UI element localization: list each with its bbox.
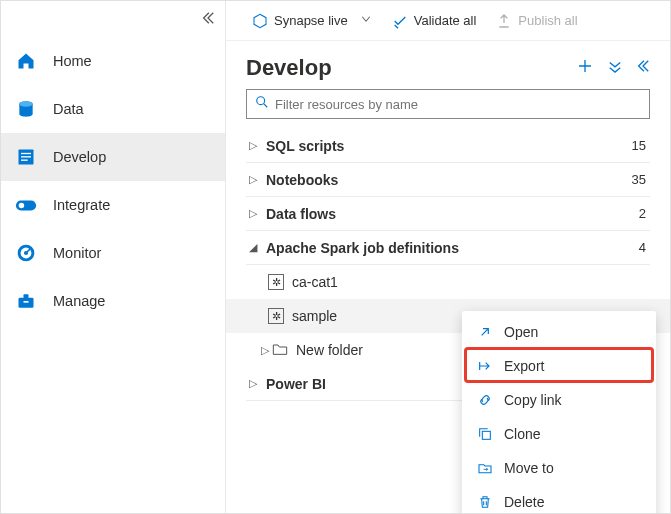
publish-all-button: Publish all (490, 9, 583, 33)
workspace-mode-dropdown[interactable]: Synapse live (246, 9, 378, 33)
sidebar-item-label: Monitor (53, 245, 101, 261)
svg-rect-12 (24, 294, 29, 298)
context-label: Clone (504, 426, 541, 442)
context-menu: Open Export Copy link Clone Move to Dele… (462, 311, 656, 514)
filter-input-wrapper[interactable] (246, 89, 650, 119)
svg-point-1 (19, 101, 32, 106)
workspace-mode-label: Synapse live (274, 13, 348, 28)
svg-point-14 (257, 97, 265, 105)
collapse-sidebar-button[interactable] (201, 11, 215, 29)
chevron-down-icon (354, 13, 372, 28)
sidebar-item-integrate[interactable]: Integrate (1, 181, 225, 229)
validate-all-button[interactable]: Validate all (386, 9, 483, 33)
context-export[interactable]: Export (462, 349, 656, 383)
sidebar-item-label: Home (53, 53, 92, 69)
svg-rect-13 (24, 301, 29, 303)
spark-job-icon: ✲ (268, 308, 284, 324)
filter-input[interactable] (275, 97, 641, 112)
tree-section-notebooks[interactable]: ▷ Notebooks 35 (246, 163, 650, 197)
context-move-to[interactable]: Move to (462, 451, 656, 485)
tree-section-label: Notebooks (260, 172, 632, 188)
tree-section-label: Apache Spark job definitions (260, 240, 639, 256)
top-toolbar: Synapse live Validate all Publish all (226, 1, 670, 41)
manage-icon (15, 290, 37, 312)
sidebar-item-label: Manage (53, 293, 105, 309)
tree-item-ca-cat1[interactable]: ✲ ca-cat1 (246, 265, 650, 299)
panel-title: Develop (246, 55, 332, 81)
svg-rect-4 (21, 156, 31, 157)
validate-icon (392, 13, 408, 29)
export-icon (476, 358, 494, 374)
publish-label: Publish all (518, 13, 577, 28)
sidebar-item-data[interactable]: Data (1, 85, 225, 133)
open-icon (476, 324, 494, 340)
chevron-right-icon: ▷ (246, 377, 260, 390)
tree-item-label: ca-cat1 (292, 274, 338, 290)
expand-all-button[interactable] (608, 59, 622, 77)
left-sidebar: Home Data Develop Integrate Monitor Mana… (1, 1, 226, 513)
context-label: Export (504, 358, 544, 374)
sidebar-item-label: Develop (53, 149, 106, 165)
tree-section-count: 35 (632, 172, 650, 187)
context-copy-link[interactable]: Copy link (462, 383, 656, 417)
context-label: Delete (504, 494, 544, 510)
tree-section-label: Data flows (260, 206, 639, 222)
sidebar-item-monitor[interactable]: Monitor (1, 229, 225, 277)
monitor-icon (15, 242, 37, 264)
tree-item-label: New folder (296, 342, 363, 358)
delete-icon (476, 494, 494, 510)
chevron-right-icon: ▷ (246, 173, 260, 186)
tree-section-label: SQL scripts (260, 138, 632, 154)
develop-icon (15, 146, 37, 168)
clone-icon (476, 426, 494, 442)
spark-job-icon: ✲ (268, 274, 284, 290)
hexagon-icon (252, 13, 268, 29)
context-open[interactable]: Open (462, 315, 656, 349)
svg-rect-3 (21, 153, 31, 154)
svg-rect-5 (21, 160, 28, 161)
context-delete[interactable]: Delete (462, 485, 656, 514)
tree-section-count: 15 (632, 138, 650, 153)
context-clone[interactable]: Clone (462, 417, 656, 451)
add-resource-button[interactable] (576, 57, 594, 79)
sidebar-item-manage[interactable]: Manage (1, 277, 225, 325)
tree-section-count: 2 (639, 206, 650, 221)
tree-section-spark-jobs[interactable]: ◢ Apache Spark job definitions 4 (246, 231, 650, 265)
search-icon (255, 95, 269, 113)
move-icon (476, 460, 494, 476)
link-icon (476, 392, 494, 408)
tree-section-sql-scripts[interactable]: ▷ SQL scripts 15 (246, 129, 650, 163)
integrate-icon (15, 194, 37, 216)
panel-header: Develop (226, 41, 670, 89)
svg-rect-15 (482, 431, 490, 439)
chevron-right-icon: ▷ (246, 207, 260, 220)
tree-section-data-flows[interactable]: ▷ Data flows 2 (246, 197, 650, 231)
sidebar-item-develop[interactable]: Develop (1, 133, 225, 181)
context-label: Copy link (504, 392, 562, 408)
collapse-panel-button[interactable] (636, 59, 650, 77)
validate-label: Validate all (414, 13, 477, 28)
publish-icon (496, 13, 512, 29)
sidebar-item-home[interactable]: Home (1, 37, 225, 85)
tree-section-count: 4 (639, 240, 650, 255)
svg-point-7 (19, 203, 25, 209)
context-label: Open (504, 324, 538, 340)
chevron-right-icon: ▷ (258, 344, 272, 357)
sidebar-item-label: Data (53, 101, 84, 117)
folder-icon (272, 342, 288, 359)
database-icon (15, 98, 37, 120)
chevron-down-icon: ◢ (246, 241, 260, 254)
sidebar-item-label: Integrate (53, 197, 110, 213)
context-label: Move to (504, 460, 554, 476)
tree-item-label: sample (292, 308, 337, 324)
chevron-right-icon: ▷ (246, 139, 260, 152)
home-icon (15, 50, 37, 72)
